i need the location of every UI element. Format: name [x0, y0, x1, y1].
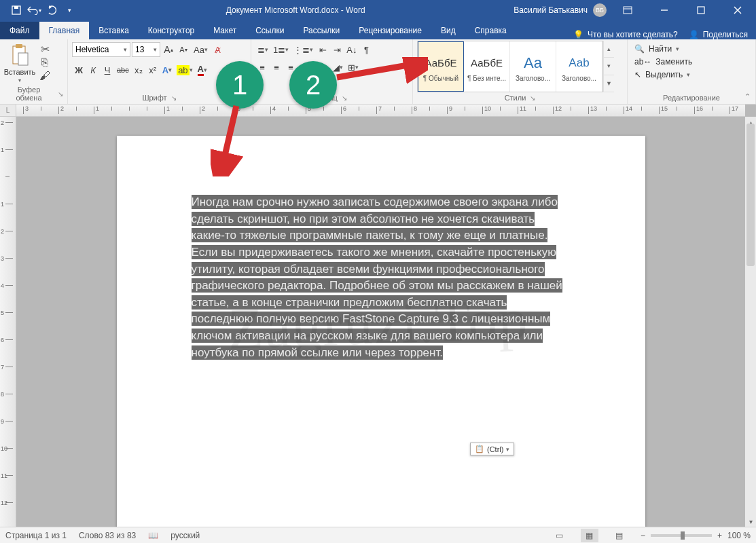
subscript-button[interactable]: x₂: [132, 62, 145, 77]
paste-button[interactable]: Вставить ▾: [4, 41, 35, 83]
find-button[interactable]: 🔍Найти▾: [632, 43, 682, 54]
scroll-down-icon[interactable]: ▾: [745, 516, 756, 527]
clipboard-dialog-launcher[interactable]: ↘: [58, 90, 63, 98]
zoom-out-icon[interactable]: −: [641, 531, 645, 540]
style-normal[interactable]: АаБбЕ¶ Без инте...: [464, 41, 510, 92]
share-icon: 👤: [689, 30, 699, 39]
style-gallery: АаБбЕ¶ ОбычныйАаБбЕ¶ Без инте...АаЗаголо…: [417, 41, 603, 92]
editing-group: 🔍Найти▾ ab↔Заменить ↖Выделить▾ Редактиро…: [628, 39, 756, 104]
language-indicator[interactable]: русский: [170, 531, 200, 540]
strikethrough-button[interactable]: abc: [115, 62, 131, 77]
gallery-up-icon[interactable]: ▴: [604, 41, 614, 58]
paragraph-dialog-launcher[interactable]: ↘: [342, 94, 347, 102]
close-button[interactable]: [722, 0, 753, 20]
font-dialog-launcher[interactable]: ↘: [171, 94, 177, 102]
user-name: Василий Батькавич: [514, 5, 588, 15]
styles-dialog-launcher[interactable]: ↘: [530, 94, 535, 102]
bold-button[interactable]: Ж: [72, 62, 86, 77]
word-count[interactable]: Слово 83 из 83: [79, 531, 136, 540]
quick-access-toolbar: ▾ ▾: [0, 2, 77, 18]
svg-rect-2: [624, 7, 632, 14]
annotation-circle-2: 2: [289, 61, 337, 109]
gallery-down-icon[interactable]: ▾: [604, 58, 614, 75]
clear-formatting-icon[interactable]: A̷: [211, 42, 225, 57]
show-marks-icon[interactable]: ¶: [359, 42, 373, 57]
tab-конструктор[interactable]: Конструктор: [139, 22, 204, 39]
scrollbar-thumb[interactable]: [746, 124, 755, 266]
decrease-indent-icon[interactable]: ⇤: [316, 42, 329, 57]
superscript-button[interactable]: x²: [146, 62, 160, 77]
highlight-button[interactable]: ab▾: [175, 62, 194, 77]
sort-icon[interactable]: A↓: [344, 42, 359, 57]
status-bar: Страница 1 из 1 Слово 83 из 83 📖 русский…: [0, 527, 756, 543]
change-case-icon[interactable]: Aa▾: [192, 42, 210, 57]
ribbon-display-icon[interactable]: [612, 0, 643, 20]
document-scroll-area[interactable]: Иногда нам срочно нужно записать содержи…: [16, 117, 745, 527]
maximize-button[interactable]: [685, 0, 717, 20]
shrink-font-icon[interactable]: A▾: [177, 42, 190, 57]
svg-rect-10: [18, 53, 28, 65]
zoom-in-icon[interactable]: +: [717, 531, 722, 540]
format-painter-icon[interactable]: 🖌: [38, 70, 52, 82]
workspace: L 3211234567891011121314151617 211234567…: [0, 105, 756, 527]
tab-вид[interactable]: Вид: [431, 22, 465, 39]
redo-icon[interactable]: [43, 2, 60, 18]
tab-рецензирование[interactable]: Рецензирование: [349, 22, 431, 39]
zoom-control: − + 100 %: [641, 531, 751, 540]
multilevel-list-icon[interactable]: ⋮≣▾: [291, 42, 315, 57]
borders-icon[interactable]: ⊞▾: [346, 60, 361, 75]
user-avatar[interactable]: ВБ: [593, 3, 607, 17]
style-heading2[interactable]: АаbЗаголово...: [556, 41, 602, 92]
style-normal[interactable]: АаБбЕ¶ Обычный: [418, 41, 464, 92]
tab-file[interactable]: Файл: [0, 22, 39, 39]
align-center-icon[interactable]: ≡: [270, 60, 283, 75]
copy-icon[interactable]: ⎘: [38, 56, 52, 69]
style-heading1[interactable]: АаЗаголово...: [510, 41, 556, 92]
zoom-slider[interactable]: [651, 534, 712, 537]
lightbulb-icon: 💡: [573, 30, 583, 39]
tab-вставка[interactable]: Вставка: [89, 22, 139, 39]
zoom-level[interactable]: 100 %: [727, 531, 751, 540]
clipboard-icon: [10, 43, 29, 67]
collapse-ribbon-icon[interactable]: ⌃: [744, 92, 751, 101]
numbering-icon[interactable]: 1≣▾: [271, 42, 291, 57]
italic-button[interactable]: К: [86, 62, 100, 77]
tab-главная[interactable]: Главная: [39, 22, 90, 39]
tell-me-search[interactable]: 💡 Что вы хотите сделать?: [573, 30, 678, 39]
share-button[interactable]: 👤 Поделиться: [689, 30, 748, 39]
page-number[interactable]: Страница 1 из 1: [5, 531, 67, 540]
minimize-button[interactable]: [649, 0, 680, 20]
font-size-dropdown[interactable]: 13▾: [132, 42, 160, 57]
tab-макет[interactable]: Макет: [204, 22, 246, 39]
font-name-dropdown[interactable]: Helvetica▾: [72, 42, 130, 57]
bullets-icon[interactable]: ≣▾: [255, 42, 270, 57]
select-button[interactable]: ↖Выделить▾: [632, 69, 693, 80]
tab-ссылки[interactable]: Ссылки: [246, 22, 293, 39]
read-mode-icon[interactable]: ▭: [551, 529, 569, 542]
ruler-corner: L: [0, 105, 16, 117]
grow-font-icon[interactable]: A▴: [162, 42, 175, 57]
save-icon[interactable]: [8, 2, 24, 18]
undo-icon[interactable]: ▾: [26, 2, 42, 18]
font-color-button[interactable]: A▾: [196, 62, 209, 77]
replace-button[interactable]: ab↔Заменить: [632, 56, 695, 67]
paste-label: Вставить: [4, 68, 36, 76]
qat-customize-icon[interactable]: ▾: [61, 2, 77, 18]
tab-справка[interactable]: Справка: [465, 22, 516, 39]
vertical-ruler[interactable]: 2112345678910111213: [0, 117, 16, 527]
replace-icon: ab↔: [634, 57, 651, 67]
spellcheck-icon[interactable]: 📖: [148, 531, 158, 540]
vertical-scrollbar[interactable]: ▴ ▾: [745, 117, 756, 527]
tab-рассылки[interactable]: Рассылки: [293, 22, 349, 39]
underline-button[interactable]: Ч: [101, 62, 114, 77]
web-layout-icon[interactable]: ▤: [611, 529, 628, 542]
increase-indent-icon[interactable]: ⇥: [330, 42, 344, 57]
selected-paragraph[interactable]: Иногда нам срочно нужно записать содержи…: [192, 194, 571, 361]
user-area: Василий Батькавич ВБ: [514, 0, 756, 20]
horizontal-ruler[interactable]: 3211234567891011121314151617: [16, 105, 745, 117]
paste-options-popup[interactable]: 📋 (Ctrl) ▾: [470, 443, 514, 455]
cut-icon[interactable]: ✂: [38, 43, 52, 55]
text-effects-button[interactable]: A▾: [160, 62, 174, 77]
gallery-more-icon[interactable]: ▼: [604, 75, 614, 92]
print-layout-icon[interactable]: ▦: [581, 529, 598, 542]
